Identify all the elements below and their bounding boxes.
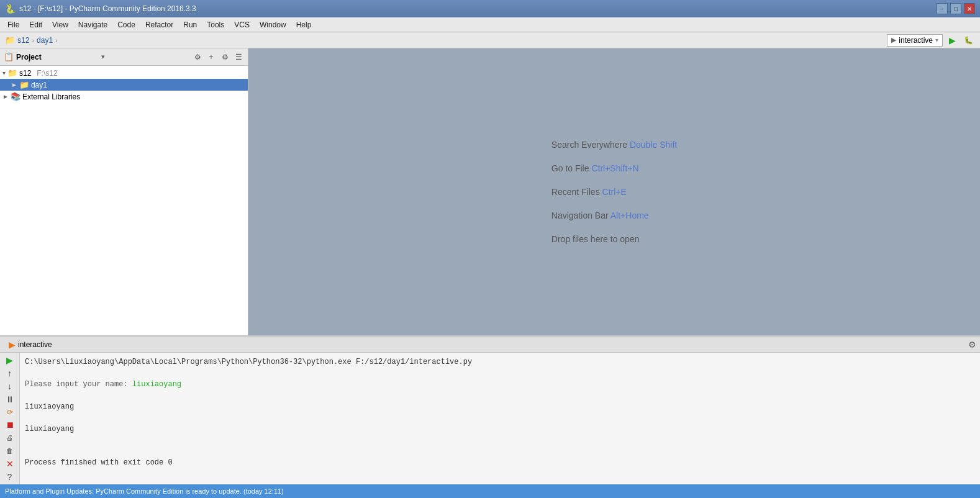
- app-icon: 🐍: [5, 4, 16, 14]
- close-button[interactable]: ✕: [964, 3, 975, 14]
- status-bar: Platform and Plugin Updates: PyCharm Com…: [0, 484, 980, 498]
- tree-folder-icon-day1: 📁: [19, 80, 29, 89]
- console-prompt-line: Please input your name: liuxiaoyang: [25, 379, 975, 390]
- sidebar-config-icon[interactable]: ⚙: [219, 52, 230, 63]
- menu-window[interactable]: Window: [255, 19, 291, 30]
- tree-arrow-s12: ▾: [2, 70, 6, 76]
- run-panel-tab[interactable]: ▶ interactive: [4, 338, 57, 351]
- console-exit-line: Process finished with exit code 0: [25, 457, 975, 468]
- maximize-button[interactable]: □: [950, 3, 961, 14]
- run-toolbar: ▶ ↑ ↓ ⏸ ⟳ ⏹ 🖨 🗑 ✕ ?: [0, 353, 20, 484]
- toolbar-close-button[interactable]: ✕: [2, 458, 17, 469]
- tree-item-ext-libs[interactable]: ► 📚 External Libraries: [0, 91, 248, 102]
- toolbar-up-button[interactable]: ↑: [2, 368, 17, 379]
- bottom-panel: ▶ interactive ⚙ ▶ ↑ ↓ ⏸ ⟳ ⏹ 🖨 🗑 ✕ ? C:\U…: [0, 335, 980, 484]
- run-config-icon: ▶: [891, 36, 896, 44]
- toolbar-print-button[interactable]: 🖨: [2, 433, 17, 443]
- project-folder-icon: 📁: [5, 35, 15, 45]
- tree-label-ext: External Libraries: [22, 93, 80, 101]
- run-debug-button[interactable]: 🐛: [961, 34, 975, 47]
- sidebar-header: 📋 Project ▾ ⚙ + ⚙ ☰: [0, 48, 248, 66]
- hint-navbar-shortcut: Alt+Home: [610, 211, 649, 220]
- hint-search-shortcut: Double Shift: [630, 140, 677, 150]
- run-config-dropdown-icon[interactable]: ▾: [935, 37, 938, 43]
- panel-settings-button[interactable]: ⚙: [968, 340, 976, 350]
- bottom-panel-content: ▶ ↑ ↓ ⏸ ⟳ ⏹ 🖨 🗑 ✕ ? C:\Users\Liuxiaoyang…: [0, 353, 980, 484]
- title-bar-left: 🐍 s12 - [F:\s12] - PyCharm Community Edi…: [5, 4, 196, 14]
- toolbar-stop-button[interactable]: ⏹: [2, 420, 17, 430]
- menu-file[interactable]: File: [2, 19, 24, 30]
- tree-folder-icon-s12: 📁: [7, 68, 17, 78]
- console-output-line1: liuxiaoyang: [25, 401, 975, 412]
- menu-tools[interactable]: Tools: [202, 19, 229, 30]
- breadcrumb-sep1: ›: [32, 37, 34, 44]
- console-output-line2: liuxiaoyang: [25, 423, 975, 435]
- console-input-value: liuxiaoyang: [132, 380, 181, 389]
- console-cmd-line: C:\Users\Liuxiaoyang\AppData\Local\Progr…: [25, 356, 975, 368]
- sidebar-title: Project: [16, 53, 99, 61]
- tree-arrow-day1: ►: [11, 81, 17, 88]
- run-play-button[interactable]: ▶: [945, 34, 959, 47]
- toolbar-pause-button[interactable]: ⏸: [2, 394, 17, 404]
- toolbar-down-button[interactable]: ↓: [2, 381, 17, 392]
- menu-refactor[interactable]: Refactor: [140, 19, 178, 30]
- run-tab-label: interactive: [18, 340, 52, 349]
- breadcrumb-root[interactable]: s12: [17, 36, 29, 45]
- sidebar-dropdown-icon[interactable]: ▾: [101, 53, 105, 61]
- nav-bar: 📁 s12 › day1 › ▶ interactive ▾ ▶ 🐛: [0, 32, 980, 48]
- status-bar-text: Platform and Plugin Updates: PyCharm Com…: [5, 487, 284, 495]
- menu-run[interactable]: Run: [178, 19, 202, 30]
- toolbar-help-button[interactable]: ?: [2, 471, 17, 482]
- tree-icon-ext: 📚: [11, 92, 20, 101]
- breadcrumb-child[interactable]: day1: [37, 36, 53, 45]
- project-icon: 📋: [4, 52, 14, 61]
- title-bar: 🐍 s12 - [F:\s12] - PyCharm Community Edi…: [0, 0, 980, 17]
- menu-view[interactable]: View: [47, 19, 73, 30]
- hint-navbar: Navigation Bar Alt+Home: [551, 211, 677, 220]
- hint-drop: Drop files here to open: [551, 234, 677, 244]
- tree-item-day1[interactable]: ► 📁 day1: [0, 79, 248, 91]
- menu-edit[interactable]: Edit: [24, 19, 47, 30]
- tree-arrow-ext: ►: [2, 93, 9, 100]
- project-tree: ▾ 📁 s12 F:\s12 ► 📁 day1 ► 📚 External Lib…: [0, 66, 248, 335]
- sidebar-add-icon[interactable]: +: [206, 52, 217, 63]
- hint-recent-shortcut: Ctrl+E: [602, 187, 627, 197]
- hint-recent: Recent Files Ctrl+E: [551, 187, 677, 197]
- sidebar: 📋 Project ▾ ⚙ + ⚙ ☰ ▾ 📁 s12 F:\s12 ► 📁 d…: [0, 48, 248, 335]
- toolbar-run-button[interactable]: ▶: [2, 355, 17, 366]
- minimize-button[interactable]: −: [937, 3, 948, 14]
- hint-goto-shortcut: Ctrl+Shift+N: [591, 163, 638, 173]
- hint-goto: Go to File Ctrl+Shift+N: [551, 163, 677, 173]
- run-config: ▶ interactive ▾ ▶ 🐛: [887, 34, 975, 47]
- sidebar-menu-icon[interactable]: ☰: [233, 52, 244, 63]
- tree-label-s12: s12: [19, 69, 31, 78]
- title-bar-text: s12 - [F:\s12] - PyCharm Community Editi…: [19, 4, 196, 13]
- run-tab-icon: ▶: [9, 340, 16, 350]
- tree-item-s12[interactable]: ▾ 📁 s12 F:\s12: [0, 67, 248, 79]
- editor-area: Search Everywhere Double Shift Go to Fil…: [248, 48, 980, 335]
- toolbar-trash-button[interactable]: 🗑: [2, 446, 17, 456]
- hint-search: Search Everywhere Double Shift: [551, 140, 677, 150]
- run-config-selector[interactable]: ▶ interactive ▾: [887, 34, 943, 47]
- run-config-label: interactive: [899, 36, 933, 45]
- menu-code[interactable]: Code: [112, 19, 140, 30]
- console-output: C:\Users\Liuxiaoyang\AppData\Local\Progr…: [20, 353, 980, 484]
- sidebar-settings-icon[interactable]: ⚙: [192, 52, 203, 63]
- breadcrumb-sep2: ›: [55, 37, 58, 44]
- menu-vcs[interactable]: VCS: [229, 19, 255, 30]
- menu-help[interactable]: Help: [291, 19, 317, 30]
- title-bar-controls: − □ ✕: [937, 3, 975, 14]
- menu-navigate[interactable]: Navigate: [73, 19, 112, 30]
- bottom-panel-header: ▶ interactive ⚙: [0, 337, 980, 353]
- toolbar-rerun-button[interactable]: ⟳: [2, 407, 17, 417]
- menu-bar: File Edit View Navigate Code Refactor Ru…: [0, 17, 980, 32]
- welcome-hints: Search Everywhere Double Shift Go to Fil…: [551, 140, 677, 244]
- tree-path-s12: F:\s12: [37, 69, 57, 78]
- main-content: 📋 Project ▾ ⚙ + ⚙ ☰ ▾ 📁 s12 F:\s12 ► 📁 d…: [0, 48, 980, 335]
- tree-label-day1: day1: [31, 81, 47, 89]
